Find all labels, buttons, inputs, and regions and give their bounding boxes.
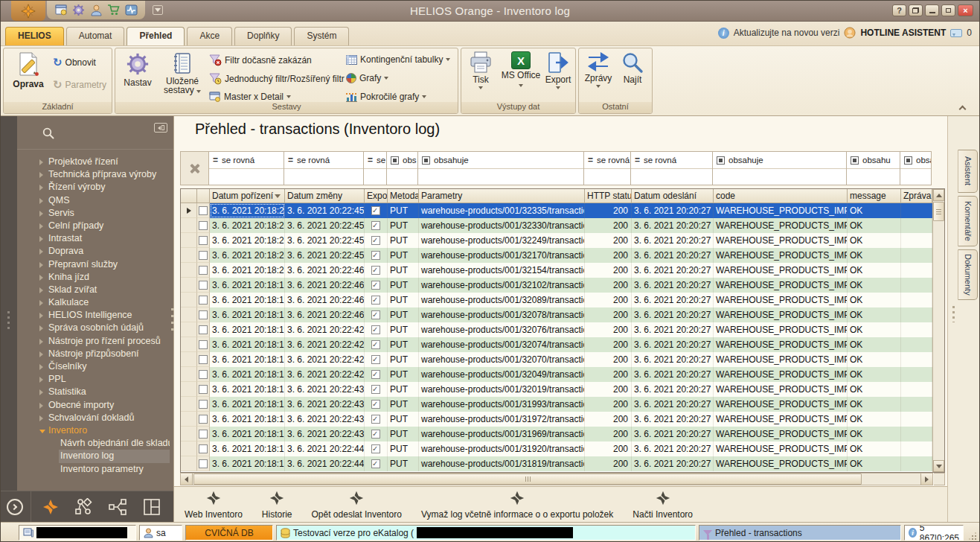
filter-value-input[interactable] (418, 169, 583, 185)
row-checkbox[interactable] (199, 296, 208, 305)
expand-arrow-icon[interactable] (39, 211, 43, 217)
filter-value-input[interactable] (387, 169, 417, 185)
table-row[interactable]: 3. 6. 2021 20:18:173. 6. 2021 20:22:44PU… (181, 456, 932, 471)
export-checkbox[interactable] (371, 266, 380, 275)
table-row[interactable]: 3. 6. 2021 20:18:213. 6. 2021 20:22:45PU… (181, 203, 932, 218)
table-row[interactable]: 3. 6. 2021 20:18:183. 6. 2021 20:22:42PU… (181, 367, 932, 382)
sidebar-item-prepravni-sluzby[interactable]: Přepravní služby (17, 258, 173, 271)
sidebar-item-nastroje-prizpusobeni[interactable]: Nástroje přizpůsobení (17, 348, 173, 360)
filter-operator-button[interactable]: =se (364, 152, 386, 169)
expand-arrow-icon[interactable] (39, 198, 43, 204)
filter-value-input[interactable] (284, 169, 363, 185)
tab-system[interactable]: Systém (294, 27, 349, 45)
master-detail-button[interactable]: Master x Detail (209, 92, 291, 102)
export-checkbox[interactable] (371, 459, 380, 468)
filter-operator-button[interactable]: =se rovná (209, 152, 284, 169)
sidebar-item-inventoro[interactable]: Inventoro (17, 424, 173, 437)
filter-operator-button[interactable]: =se rovná (584, 152, 630, 169)
table-row[interactable]: 3. 6. 2021 20:18:193. 6. 2021 20:22:46PU… (181, 278, 932, 293)
najit-button[interactable]: Najít (616, 51, 649, 85)
table-row[interactable]: 3. 6. 2021 20:18:183. 6. 2021 20:22:43PU… (181, 382, 932, 397)
expand-arrow-icon[interactable] (39, 364, 43, 370)
export-checkbox[interactable] (371, 444, 380, 453)
expand-arrow-icon[interactable] (39, 249, 43, 255)
kontingencni-button[interactable]: Kontingenční tabulky (346, 54, 450, 65)
expand-panel-button[interactable] (7, 499, 23, 515)
filter-value-input[interactable] (631, 169, 712, 185)
export-checkbox[interactable] (371, 281, 380, 290)
fullscreen-button[interactable] (909, 4, 923, 16)
vertical-scroll-thumb[interactable] (933, 202, 944, 221)
sidebar-item-celni-pripady[interactable]: Celní případy (17, 220, 173, 232)
scroll-right-button[interactable] (920, 474, 932, 485)
hotline-assistant-button[interactable]: HOTLINE ASISTENT (860, 28, 946, 38)
column-header-code[interactable]: code (714, 189, 848, 203)
filter-value-input[interactable] (713, 169, 846, 185)
sidebar-item-servis[interactable]: Servis (17, 207, 173, 220)
action-historie[interactable]: Historie (262, 490, 292, 520)
tab-helios[interactable]: HELIOS (5, 27, 64, 45)
column-header-export[interactable]: Export (365, 189, 388, 203)
sidebar-item-sprava-osobnich-udaju[interactable]: Správa osobních údajů (17, 322, 173, 334)
sidebar-item-doprava[interactable]: Doprava (17, 245, 173, 258)
filter-value-input[interactable] (364, 169, 386, 185)
filter-operator-button[interactable]: =se rovná (631, 152, 712, 169)
side-tab-dokumenty[interactable]: Dokumenty (958, 249, 978, 300)
pokrocile-grafy-button[interactable]: Pokročilé grafy (346, 92, 426, 102)
sidebar-collapse-button[interactable] (154, 123, 167, 133)
horizontal-scroll-thumb[interactable] (193, 474, 862, 485)
jednoduchy-filtr-button[interactable]: Jednoduchý filtr/Rozšířený filtr (209, 73, 345, 85)
expand-arrow-icon[interactable] (39, 415, 43, 421)
row-checkbox[interactable] (199, 221, 208, 230)
row-checkbox[interactable] (199, 340, 208, 349)
row-checkbox[interactable] (199, 370, 208, 379)
expand-arrow-icon[interactable] (39, 351, 43, 357)
column-header-datum-zmeny[interactable]: Datum změny (285, 189, 365, 203)
expand-arrow-icon[interactable] (39, 172, 43, 178)
expand-arrow-icon[interactable] (39, 339, 43, 345)
row-checkbox[interactable] (199, 400, 208, 409)
sidebar-item-schvalovani-dokladu[interactable]: Schvalování dokladů (17, 412, 173, 424)
right-rail-drag-handle[interactable] (952, 306, 955, 322)
table-row[interactable]: 3. 6. 2021 20:18:203. 6. 2021 20:22:45PU… (181, 218, 932, 233)
ms-office-button[interactable]: X MS Office (500, 51, 542, 89)
action-web-inventoro[interactable]: Web Inventoro (185, 490, 243, 520)
horizontal-scrollbar[interactable] (180, 473, 933, 485)
table-row[interactable]: 3. 6. 2021 20:18:193. 6. 2021 20:22:46PU… (181, 293, 932, 307)
row-checkbox[interactable] (199, 325, 208, 334)
helios-modules-icon[interactable] (42, 498, 60, 516)
table-row[interactable]: 3. 6. 2021 20:18:183. 6. 2021 20:22:42PU… (181, 352, 932, 367)
sidebar-item-nastroje-pro-rizeni-procesu[interactable]: Nástroje pro řízení procesů (17, 335, 173, 348)
oprava-button[interactable]: Oprava (7, 51, 49, 89)
ulozene-sestavy-button[interactable]: Uložené sestavy (158, 51, 206, 95)
table-row[interactable]: 3. 6. 2021 20:18:203. 6. 2021 20:22:46PU… (181, 263, 932, 278)
ribbon-collapse-chevron-icon[interactable] (960, 105, 966, 111)
sidebar-item-ciselniky[interactable]: Číselníky (17, 360, 173, 373)
export-checkbox[interactable] (371, 370, 380, 379)
column-header-datum-porizeni[interactable]: Datum pořízení (210, 189, 285, 203)
export-checkbox[interactable] (371, 325, 380, 334)
column-header-metoda[interactable]: Metoda (388, 189, 419, 203)
clear-filter-button[interactable] (180, 151, 209, 185)
action-vymaz-log-vcetne-informace-o-o-exportu-polozek[interactable]: Vymaž log včetně informace o o exportu p… (421, 490, 613, 520)
sidebar-item-technicka-priprava-vyroby[interactable]: Technická příprava výroby (17, 168, 173, 181)
sidebar-item-qms[interactable]: QMS (17, 194, 173, 207)
row-checkbox[interactable] (199, 266, 208, 275)
filter-operator-button[interactable]: obsah (900, 152, 931, 169)
row-checkbox[interactable] (199, 444, 208, 453)
scroll-up-button[interactable] (933, 189, 944, 201)
help-button[interactable]: ? (892, 4, 906, 16)
action-opet-odeslat-inventoro[interactable]: Opět odeslat Inventoro (312, 490, 402, 520)
row-checkbox[interactable] (199, 236, 208, 245)
export-checkbox[interactable] (371, 400, 380, 409)
sidebar-item-sklad-zvirat[interactable]: Sklad zvířat (17, 284, 173, 296)
table-row[interactable]: 3. 6. 2021 20:18:193. 6. 2021 20:22:42PU… (181, 337, 932, 352)
export-checkbox[interactable] (371, 430, 380, 439)
sidebar-subitem-inventoro-parametry[interactable]: Inventoro parametry (59, 463, 170, 476)
sidebar-subitem-navrh-objednani-dle-skladu[interactable]: Návrh objednání dle skladu (59, 437, 170, 450)
sidebar-item-intrastat[interactable]: Intrastat (17, 232, 173, 245)
row-checkbox[interactable] (199, 310, 208, 319)
sidebar-search[interactable] (17, 116, 173, 150)
table-row[interactable]: 3. 6. 2021 20:18:173. 6. 2021 20:22:44PU… (181, 441, 932, 456)
tab-akce[interactable]: Akce (187, 27, 232, 45)
